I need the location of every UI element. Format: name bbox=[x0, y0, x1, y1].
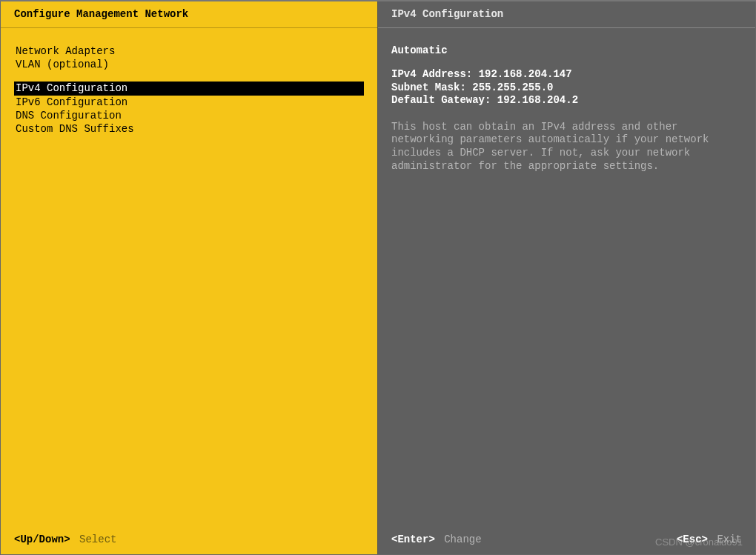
left-panel-title: Configure Management Network bbox=[1, 1, 377, 28]
action-change: Change bbox=[444, 534, 481, 545]
default-gateway-label: Default Gateway: bbox=[391, 94, 491, 106]
hint-enter: <Enter> Change bbox=[391, 534, 482, 545]
action-exit: Exit bbox=[717, 534, 742, 545]
subnet-mask-line: Subnet Mask: 255.255.255.0 bbox=[391, 82, 742, 95]
right-panel-title: IPv4 Configuration bbox=[378, 1, 755, 28]
menu-item-ipv4-configuration[interactable]: IPv4 Configuration bbox=[14, 82, 364, 95]
dcui-container: Configure Management Network Network Ada… bbox=[0, 0, 756, 555]
right-panel: IPv4 Configuration Automatic IPv4 Addres… bbox=[378, 1, 755, 554]
subnet-mask-value: 255.255.255.0 bbox=[472, 82, 553, 93]
key-esc: <Esc> bbox=[677, 534, 708, 545]
action-select: Select bbox=[79, 534, 116, 545]
config-description: This host can obtain an IPv4 address and… bbox=[391, 121, 742, 174]
ipv4-address-value: 192.168.204.147 bbox=[479, 68, 572, 80]
menu-group-1: Network Adapters VLAN (optional) bbox=[14, 44, 364, 71]
default-gateway-line: Default Gateway: 192.168.204.2 bbox=[391, 94, 742, 107]
menu-list: Network Adapters VLAN (optional) IPv4 Co… bbox=[1, 28, 377, 526]
menu-group-2: IPv4 Configuration IPv6 Configuration DN… bbox=[14, 82, 364, 136]
menu-item-custom-dns-suffixes[interactable]: Custom DNS Suffixes bbox=[14, 122, 364, 136]
key-enter: <Enter> bbox=[391, 534, 435, 545]
detail-body: Automatic IPv4 Address: 192.168.204.147 … bbox=[378, 28, 755, 526]
menu-item-vlan[interactable]: VLAN (optional) bbox=[14, 58, 364, 71]
left-footer: <Up/Down> Select bbox=[1, 526, 377, 554]
default-gateway-value: 192.168.204.2 bbox=[497, 94, 578, 106]
left-panel: Configure Management Network Network Ada… bbox=[1, 1, 378, 554]
menu-item-dns-configuration[interactable]: DNS Configuration bbox=[14, 109, 364, 122]
key-updown: <Up/Down> bbox=[14, 534, 70, 545]
menu-item-ipv6-configuration[interactable]: IPv6 Configuration bbox=[14, 96, 364, 109]
hint-esc: <Esc> Exit bbox=[677, 534, 742, 545]
ipv4-address-line: IPv4 Address: 192.168.204.147 bbox=[391, 68, 742, 82]
menu-item-network-adapters[interactable]: Network Adapters bbox=[14, 44, 364, 58]
config-mode: Automatic bbox=[391, 44, 742, 56]
right-footer: <Enter> Change <Esc> Exit bbox=[378, 526, 755, 554]
subnet-mask-label: Subnet Mask: bbox=[391, 82, 466, 93]
ipv4-address-label: IPv4 Address: bbox=[391, 68, 472, 80]
hint-updown: <Up/Down> Select bbox=[14, 534, 116, 545]
